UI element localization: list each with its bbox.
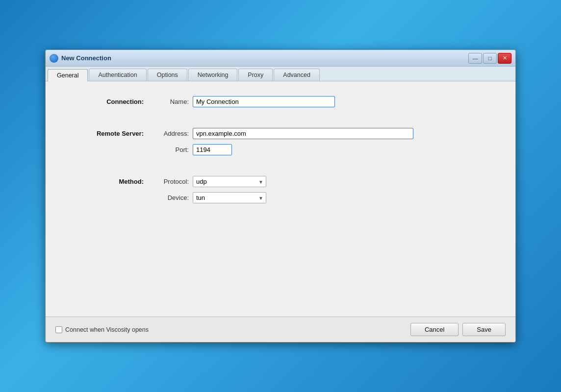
- connection-section: Connection: Name:: [65, 96, 496, 112]
- save-button[interactable]: Save: [462, 323, 506, 336]
- protocol-select-wrapper: udp tcp: [193, 176, 266, 187]
- tab-general[interactable]: General: [48, 69, 88, 81]
- titlebar-left: New Connection: [50, 54, 111, 63]
- bottom-buttons: Cancel Save: [410, 323, 506, 336]
- tab-options[interactable]: Options: [148, 69, 187, 81]
- minimize-button[interactable]: —: [468, 53, 482, 64]
- maximize-button[interactable]: □: [483, 53, 497, 64]
- bottom-left: Connect when Viscosity opens: [55, 326, 149, 333]
- address-label: Address:: [153, 130, 193, 137]
- name-input[interactable]: [193, 96, 335, 107]
- titlebar: New Connection — □ ✕: [46, 50, 515, 67]
- protocol-select[interactable]: udp tcp: [193, 176, 266, 187]
- tab-authentication[interactable]: Authentication: [89, 69, 146, 81]
- tabbar: General Authentication Options Networkin…: [46, 67, 515, 81]
- device-label: Device:: [153, 194, 193, 201]
- remote-server-section: Remote Server: Address: Port:: [65, 128, 496, 160]
- auto-connect-checkbox[interactable]: [55, 326, 62, 333]
- method-label: Method:: [65, 176, 153, 185]
- remote-server-fields: Address: Port:: [153, 128, 496, 160]
- content-area: Connection: Name: Remote Server: Address…: [46, 81, 515, 317]
- protocol-row: Protocol: udp tcp: [153, 176, 496, 187]
- tab-networking[interactable]: Networking: [188, 69, 238, 81]
- device-select[interactable]: tun tap: [193, 192, 266, 203]
- protocol-label: Protocol:: [153, 178, 193, 185]
- auto-connect-label: Connect when Viscosity opens: [65, 326, 149, 333]
- name-label: Name:: [153, 98, 193, 105]
- device-row: Device: tun tap: [153, 192, 496, 203]
- port-input[interactable]: [193, 144, 232, 155]
- method-section: Method: Protocol: udp tcp Device:: [65, 176, 496, 208]
- method-fields: Protocol: udp tcp Device: tun tap: [153, 176, 496, 208]
- window-title: New Connection: [61, 54, 111, 62]
- tab-advanced[interactable]: Advanced: [274, 69, 320, 81]
- app-icon: [50, 54, 58, 63]
- titlebar-buttons: — □ ✕: [468, 53, 511, 64]
- device-select-wrapper: tun tap: [193, 192, 266, 203]
- connection-fields: Name:: [153, 96, 496, 112]
- name-row: Name:: [153, 96, 496, 107]
- address-input[interactable]: [193, 128, 413, 139]
- tab-proxy[interactable]: Proxy: [238, 69, 273, 81]
- close-button[interactable]: ✕: [498, 53, 511, 64]
- bottom-bar: Connect when Viscosity opens Cancel Save: [46, 317, 515, 342]
- address-row: Address:: [153, 128, 496, 139]
- port-row: Port:: [153, 144, 496, 155]
- remote-server-label: Remote Server:: [65, 128, 153, 137]
- port-label: Port:: [153, 146, 193, 153]
- main-window: New Connection — □ ✕ General Authenticat…: [45, 49, 516, 343]
- cancel-button[interactable]: Cancel: [410, 323, 459, 336]
- connection-label: Connection:: [65, 96, 153, 105]
